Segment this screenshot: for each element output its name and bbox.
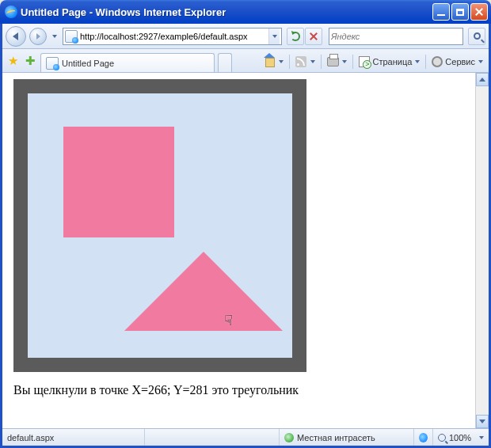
chevron-down-icon [479,420,485,423]
shape-square[interactable] [63,127,174,237]
zone-icon [284,433,294,442]
zoom-icon [438,434,446,442]
add-favorite-button[interactable]: ✚ [23,54,37,68]
minimize-button[interactable] [432,3,450,21]
close-button[interactable] [470,3,488,21]
page-menu-button[interactable]: Страница [356,54,422,70]
status-empty [145,429,280,446]
feeds-button[interactable] [293,54,318,70]
new-tab-button[interactable] [218,53,232,72]
browser-tab[interactable]: Untitled Page [40,53,215,72]
page-viewport: ☟ Вы щелкнули в точке X=266; Y=281 это т… [2,73,489,428]
chevron-up-icon [479,78,485,82]
forward-button[interactable] [29,28,47,45]
navigation-bar [2,24,489,49]
window-title: Untitled Page - Windows Internet Explore… [21,6,432,18]
search-input[interactable] [331,32,461,41]
tab-title: Untitled Page [62,59,114,68]
refresh-button[interactable] [287,28,304,45]
page-menu-icon [359,56,370,67]
search-icon [474,32,481,40]
gear-icon [432,56,443,67]
vertical-scrollbar[interactable] [475,73,489,428]
home-button[interactable] [261,54,286,70]
status-zone: Местная интрасеть [280,429,414,446]
ie-small-icon [419,433,428,442]
address-dropdown[interactable] [268,28,280,44]
scroll-down-button[interactable] [476,415,489,428]
stop-button[interactable] [305,28,322,45]
maximize-button[interactable] [451,3,469,21]
tab-toolbar: ★ ✚ Untitled Page Стр [2,49,489,73]
scroll-up-button[interactable] [476,73,489,86]
search-box[interactable] [329,28,463,45]
refresh-icon [291,32,300,41]
print-button[interactable] [325,54,349,70]
title-bar: Untitled Page - Windows Internet Explore… [0,0,491,24]
status-bar: default.aspx Местная интрасеть 100% [2,428,489,446]
page-icon [46,57,59,70]
stop-icon [309,32,318,41]
protected-mode-button[interactable] [414,429,433,446]
status-zone-label: Местная интрасеть [297,433,375,442]
home-icon [264,57,275,66]
tools-menu-label: Сервис [445,57,475,66]
search-button[interactable] [468,28,485,45]
zoom-value: 100% [449,433,471,442]
shape-triangle[interactable] [124,252,283,331]
drawing-canvas[interactable]: ☟ [13,79,306,372]
status-file-label: default.aspx [7,433,54,442]
click-result-text: Вы щелкнули в точке X=266; Y=281 это тре… [13,383,475,397]
zoom-control[interactable]: 100% [433,429,489,446]
ie-logo-icon [5,6,17,18]
chevron-down-icon [479,436,484,439]
tools-menu-button[interactable]: Сервис [429,54,485,70]
print-icon [327,57,339,66]
nav-history-dropdown[interactable] [50,28,59,45]
favorites-button[interactable]: ★ [6,54,20,68]
status-file: default.aspx [2,429,145,446]
page-icon [65,30,78,43]
page-menu-label: Страница [372,57,412,66]
address-input[interactable] [80,29,268,44]
back-button[interactable] [6,26,26,47]
rss-icon [295,56,306,67]
address-bar[interactable] [63,28,282,45]
